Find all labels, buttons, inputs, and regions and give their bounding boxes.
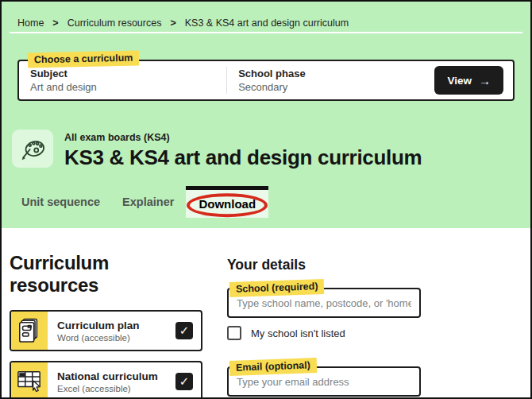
resource-icon-tile bbox=[11, 312, 48, 350]
subject-value: Art and design bbox=[30, 81, 226, 93]
school-field: School (required) bbox=[227, 288, 421, 318]
resource-subtitle: Word (accessible) bbox=[57, 333, 140, 343]
breadcrumb-separator-icon: > bbox=[170, 17, 175, 29]
resources-column: Curriculum resources bbox=[10, 252, 202, 397]
view-button[interactable]: View → bbox=[434, 66, 503, 95]
breadcrumb-current-page: KS3 & KS4 art and design curriculum bbox=[185, 17, 349, 29]
tab-unit-sequence[interactable]: Unit sequence bbox=[21, 186, 100, 218]
curriculum-picker: Choose a curriculum Subject Art and desi… bbox=[17, 60, 515, 101]
resources-heading: Curriculum resources bbox=[10, 252, 202, 296]
school-phase-label: School phase bbox=[238, 68, 434, 79]
your-details-heading: Your details bbox=[227, 257, 426, 273]
page-title: KS3 & KS4 art and design curriculum bbox=[64, 145, 422, 170]
title-band: All exam boards (KS4) KS3 & KS4 art and … bbox=[12, 130, 530, 170]
email-optional-tag: Email (optional) bbox=[229, 358, 317, 376]
arrow-right-icon: → bbox=[479, 74, 491, 87]
curriculum-plan-checkbox[interactable]: ✓ bbox=[175, 322, 193, 339]
resource-card-curriculum-plan[interactable]: Curriculum plan Word (accessible) ✓ bbox=[10, 310, 202, 351]
breadcrumb-home[interactable]: Home bbox=[17, 17, 44, 29]
page: Home > Curriculum resources > KS3 & KS4 … bbox=[0, 0, 532, 399]
tab-download-label: Download bbox=[199, 197, 256, 211]
breadcrumb-curriculum-resources[interactable]: Curriculum resources bbox=[67, 17, 162, 29]
resource-icon-tile bbox=[11, 362, 48, 399]
school-not-listed-label: My school isn't listed bbox=[251, 327, 345, 339]
resource-card-text: Curriculum plan Word (accessible) bbox=[57, 320, 140, 343]
breadcrumb-divider bbox=[10, 32, 522, 33]
tab-download[interactable]: Download bbox=[186, 186, 268, 218]
resource-title: National curriculum bbox=[57, 370, 158, 382]
exam-board-eyebrow: All exam boards (KS4) bbox=[64, 132, 422, 143]
check-icon: ✓ bbox=[179, 323, 190, 338]
check-icon: ✓ bbox=[179, 374, 190, 389]
document-stack-icon bbox=[17, 316, 42, 345]
header-section: Home > Curriculum resources > KS3 & KS4 … bbox=[2, 2, 530, 228]
tab-bar: Unit sequence Explainer Download bbox=[2, 186, 530, 218]
details-form: Your details School (required) My school… bbox=[227, 252, 426, 397]
tab-explainer[interactable]: Explainer bbox=[122, 186, 174, 218]
download-panel: Curriculum resources bbox=[2, 228, 530, 397]
resource-title: Curriculum plan bbox=[57, 320, 140, 331]
choose-curriculum-tag: Choose a curriculum bbox=[28, 51, 140, 68]
breadcrumb-separator-icon: > bbox=[52, 17, 58, 29]
school-not-listed-row[interactable]: My school isn't listed bbox=[227, 326, 426, 340]
resource-card-national-curriculum[interactable]: National curriculum Excel (accessible) ✓ bbox=[10, 361, 202, 399]
view-button-label: View bbox=[447, 75, 472, 87]
school-phase-value: Secondary bbox=[238, 81, 434, 93]
national-curriculum-checkbox[interactable]: ✓ bbox=[175, 373, 193, 390]
resource-card-text: National curriculum Excel (accessible) bbox=[57, 370, 158, 393]
subject-label: Subject bbox=[30, 68, 226, 79]
school-phase-select[interactable]: School phase Secondary bbox=[227, 61, 434, 99]
palette-icon bbox=[17, 134, 48, 164]
school-not-listed-checkbox[interactable] bbox=[227, 326, 241, 340]
resource-subtitle: Excel (accessible) bbox=[57, 384, 158, 393]
spreadsheet-icon bbox=[16, 369, 43, 394]
email-field: Email (optional) bbox=[227, 366, 421, 397]
subject-icon-tile bbox=[12, 130, 53, 168]
title-block: All exam boards (KS4) KS3 & KS4 art and … bbox=[64, 130, 422, 170]
breadcrumb: Home > Curriculum resources > KS3 & KS4 … bbox=[2, 2, 530, 32]
